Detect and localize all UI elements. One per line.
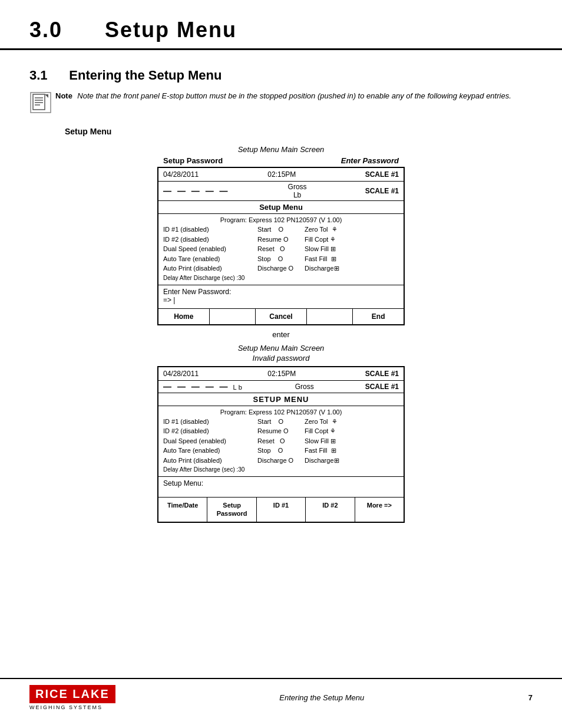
lcd-col-left1: ID #1 (disabled) ID #2 (disabled) Dual S…: [163, 225, 257, 282]
lcd-columns1: ID #1 (disabled) ID #2 (disabled) Dual S…: [163, 225, 399, 282]
lcd-col-right2: Zero Tol ⚘ Fill Copt ⚘ Slow Fill ⊞ Fast …: [305, 417, 399, 475]
lcd-line: Reset O: [257, 436, 305, 446]
lcd-line: ID #1 (disabled): [163, 417, 257, 427]
btn-end[interactable]: End: [353, 309, 404, 324]
scale2b: SCALE #1: [365, 383, 399, 391]
lcd-line: Fill Copt ⚘: [305, 235, 399, 245]
gross-center1: Gross Lb: [288, 183, 307, 199]
lcd-col-mid1: Start O Resume O Reset O Stop O Discharg…: [257, 225, 305, 282]
lcd-line: Dual Speed (enabled): [163, 244, 257, 254]
svg-marker-6: [45, 94, 48, 98]
lcd-body1: Program: Express 102 PN120597 (V 1.00) I…: [158, 214, 404, 285]
btn-empty2: [307, 309, 353, 324]
page-content: 3.1 Entering the Setup Menu Note Note th…: [0, 62, 562, 561]
lcd-col-right1: Zero Tol ⚘ Fill Copt ⚘ Slow Fill ⊞ Fast …: [305, 225, 399, 282]
gross-label2: Gross: [295, 383, 314, 391]
lcd-top-row2: 04/28/2011 02:15PM SCALE #1: [158, 367, 404, 381]
dashes2: — — — — — Lb: [163, 382, 244, 391]
note-text: Note that the front panel E-stop button …: [77, 91, 511, 100]
chapter-title: Setup Menu: [105, 18, 237, 42]
gross-label1: Gross: [288, 183, 307, 191]
invalid-label: Invalid password: [29, 354, 533, 363]
lcd-menu-title1: Setup Menu: [158, 201, 404, 214]
setup-password-label: Setup Password: [163, 156, 223, 165]
enter-password-label: Enter Password: [341, 156, 399, 165]
lcd-gross-row1: — — — — — Gross Lb SCALE #1: [158, 182, 404, 201]
lcd-gross-row2: — — — — — Lb Gross SCALE #1: [158, 381, 404, 393]
svg-rect-1: [33, 94, 45, 110]
lcd-line: Auto Print (disabled): [163, 263, 257, 274]
note-content: Note Note that the front panel E-stop bu…: [55, 90, 511, 101]
section-number: 3.1: [29, 68, 48, 83]
btn-more[interactable]: More =>: [355, 498, 404, 522]
btn-setup-password[interactable]: SetupPassword: [207, 498, 256, 522]
lcd-line: Start O: [257, 417, 305, 427]
lcd-line: Delay After Discharge (sec) :30: [163, 274, 257, 282]
btn-time-date[interactable]: Time/Date: [158, 498, 207, 522]
section-title: 3.1 Entering the Setup Menu: [29, 68, 533, 83]
lcd-line: Start O: [257, 225, 305, 235]
lcd-line: Auto Tare (enabled): [163, 254, 257, 264]
lcd-program-line2: Program: Express 102 PN120597 (V 1.00): [163, 409, 399, 416]
note-box: Note Note that the front panel E-stop bu…: [29, 90, 533, 114]
password-entry-line1: Enter New Password:: [163, 288, 399, 296]
date2: 04/28/2011: [163, 370, 199, 378]
lcd-line: ID #2 (disabled): [163, 235, 257, 245]
lcd-line: Stop O: [257, 254, 305, 264]
lcd-line: Delay After Discharge (sec) :30: [163, 465, 257, 474]
lcd-line: Discharge⊞: [305, 263, 399, 274]
footer-page: 7: [528, 693, 533, 702]
page-title: 3.0 Setup Menu: [29, 18, 533, 42]
lcd-screen2: 04/28/2011 02:15PM SCALE #1 — — — — — Lb…: [157, 366, 405, 523]
btn-id1[interactable]: ID #1: [257, 498, 306, 522]
lcd-screen1: 04/28/2011 02:15PM SCALE #1 — — — — — Gr…: [157, 167, 405, 325]
time2: 02:15PM: [267, 370, 296, 378]
lcd-line: Slow Fill ⊞: [305, 244, 399, 254]
page-footer: RICE LAKE WEIGHING SYSTEMS Entering the …: [0, 678, 562, 716]
lcd-line: Fast Fill ⊞: [305, 254, 399, 264]
lcd-line: ID #2 (disabled): [163, 426, 257, 436]
lcd-top-row: 04/28/2011 02:15PM SCALE #1: [158, 168, 404, 182]
lcd-line: Resume O: [257, 426, 305, 436]
setup-menu-label: Setup Menu: [65, 127, 533, 136]
section-heading: Entering the Setup Menu: [69, 68, 222, 83]
lcd-line: Auto Print (disabled): [163, 456, 257, 466]
scale2: SCALE #1: [365, 370, 399, 378]
lcd-line: Slow Fill ⊞: [305, 436, 399, 446]
lcd-line: Zero Tol ⚘: [305, 225, 399, 235]
lcd-line: Resume O: [257, 235, 305, 245]
lcd-line: Discharge O: [257, 263, 305, 274]
lcd-line: Zero Tol ⚘: [305, 417, 399, 427]
lcd-line: Auto Tare (enabled): [163, 446, 257, 456]
lcd-line: Fill Copt ⚘: [305, 426, 399, 436]
scale1b: SCALE #1: [365, 187, 399, 195]
lcd-line: Discharge⊞: [305, 456, 399, 466]
lcd-columns2: ID #1 (disabled) ID #2 (disabled) Dual S…: [163, 417, 399, 475]
chapter-number: 3.0: [29, 18, 62, 42]
lcd-buttons2: Time/Date SetupPassword ID #1 ID #2 More…: [158, 498, 404, 522]
logo-sub: WEIGHING SYSTEMS: [29, 704, 103, 710]
lcd-line: Dual Speed (enabled): [163, 436, 257, 446]
lcd-buttons1: Home Cancel End: [158, 309, 404, 324]
note-icon: [29, 91, 52, 114]
lcd-line: Stop O: [257, 446, 305, 456]
footer-logo: RICE LAKE WEIGHING SYSTEMS: [29, 685, 115, 710]
date1: 04/28/2011: [163, 170, 199, 179]
lcd-setup-menu-entry: Setup Menu:: [158, 477, 404, 498]
lcd-line: Discharge O: [257, 456, 305, 466]
dashes1: — — — — —: [163, 186, 230, 196]
logo-text: RICE LAKE: [29, 685, 115, 703]
note-label: Note: [55, 91, 72, 100]
lcd-col-left2: ID #1 (disabled) ID #2 (disabled) Dual S…: [163, 417, 257, 475]
lb-label1: Lb: [288, 191, 307, 199]
lcd-program-line1: Program: Express 102 PN120597 (V 1.00): [163, 216, 399, 223]
lcd-col-mid2: Start O Resume O Reset O Stop O Discharg…: [257, 417, 305, 475]
btn-id2[interactable]: ID #2: [306, 498, 355, 522]
btn-empty1: [210, 309, 256, 324]
page-header: 3.0 Setup Menu: [0, 0, 562, 50]
footer-label: Entering the Setup Menu: [279, 693, 364, 702]
btn-home[interactable]: Home: [158, 309, 210, 324]
lcd-line: ID #1 (disabled): [163, 225, 257, 235]
screen1-label: Setup Menu Main Screen: [29, 145, 533, 154]
btn-cancel[interactable]: Cancel: [256, 309, 307, 324]
